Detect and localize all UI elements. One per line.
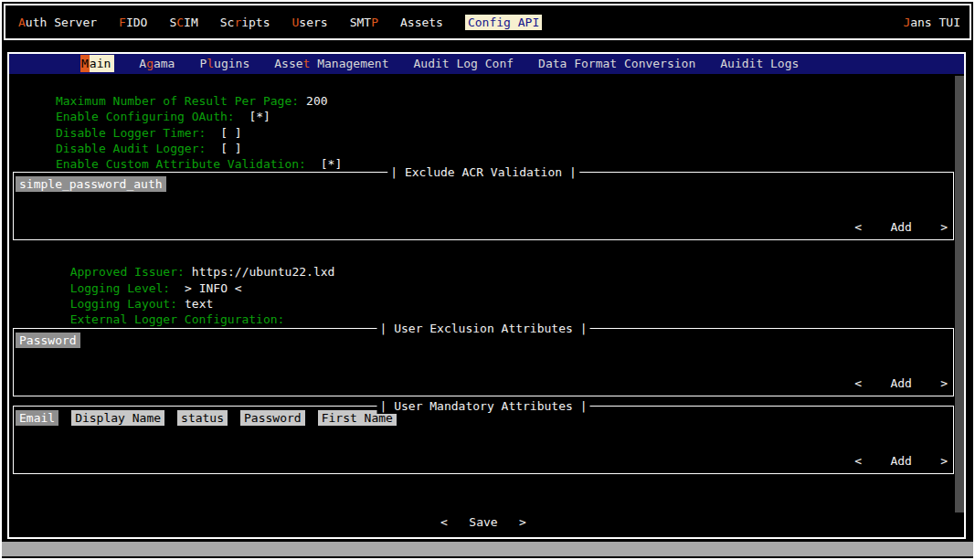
enable-configuring-oauth-checkbox[interactable]: [*] <box>242 110 270 123</box>
top-menu-bar: Auth Server FIDO SCIM Scripts Users SMTP… <box>4 4 971 40</box>
exclude-acr-add-button[interactable]: < Add > <box>854 219 948 235</box>
menu-item-auth-server[interactable]: Auth Server <box>18 16 97 29</box>
exclude-acr-validation-box: | Exclude ACR Validation | simple_passwo… <box>13 172 954 240</box>
save-row: < Save > <box>13 513 954 531</box>
menu-item-scim[interactable]: SCIM <box>169 16 197 29</box>
user-mandatory-attributes-box: | User Mandatory Attributes | Email Disp… <box>13 406 954 474</box>
disable-logger-timer-checkbox[interactable]: [ ] <box>213 126 241 140</box>
chip-display-name[interactable]: Display Name <box>71 410 164 426</box>
menu-item-users[interactable]: Users <box>292 16 328 29</box>
logging-level-dropdown[interactable]: > INFO < <box>177 281 241 295</box>
user-exclusion-add-button[interactable]: < Add > <box>854 375 948 391</box>
user-mandatory-attributes-title: | User Mandatory Attributes | <box>377 398 590 414</box>
chip-password-mandatory[interactable]: Password <box>240 410 305 426</box>
user-exclusion-attributes-title: | User Exclusion Attributes | <box>377 321 590 336</box>
tab-asset-management[interactable]: Asset Management <box>274 54 388 74</box>
menu-item-scripts[interactable]: Scripts <box>220 16 270 29</box>
config-api-panel: Main Agama Plugins Asset Management Audi… <box>7 52 966 539</box>
middle-fields: Approved Issuer:https://ubuntu22.lxd Log… <box>13 248 954 327</box>
tab-agama[interactable]: Agama <box>139 54 175 74</box>
menu-item-config-api[interactable]: Config API <box>465 15 542 30</box>
tab-bar: Main Agama Plugins Asset Management Audi… <box>9 54 964 74</box>
user-exclusion-attributes-box: | User Exclusion Attributes | Password <… <box>13 328 954 396</box>
tab-main[interactable]: Main <box>80 54 114 74</box>
chip-simple-password-auth[interactable]: simple_password_auth <box>16 176 166 192</box>
chip-status[interactable]: status <box>177 410 228 426</box>
status-bar <box>2 542 973 556</box>
menu-item-fido[interactable]: FIDO <box>119 16 147 29</box>
form-content: Maximum Number of Result Per Page:200 En… <box>13 78 954 531</box>
tab-audit-log-conf[interactable]: Audit Log Conf <box>413 54 514 74</box>
tab-auidit-logs[interactable]: Auidit Logs <box>720 54 799 74</box>
chip-email[interactable]: Email <box>16 410 58 426</box>
tab-data-format-conversion[interactable]: Data Format Conversion <box>538 54 695 74</box>
tab-plugins[interactable]: Plugins <box>199 54 249 74</box>
exclude-acr-validation-title: | Exclude ACR Validation | <box>387 164 579 180</box>
chip-password[interactable]: Password <box>16 333 80 348</box>
app-title: Jans TUI <box>903 16 960 29</box>
save-button[interactable]: < Save > <box>435 513 532 531</box>
disable-audit-logger-checkbox[interactable]: [ ] <box>213 142 241 155</box>
logging-layout-input[interactable]: text <box>185 297 213 311</box>
user-mandatory-add-button[interactable]: < Add > <box>854 453 948 469</box>
vertical-scrollbar[interactable] <box>955 76 964 512</box>
field-max-result-per-page: Maximum Number of Result Per Page:200 <box>13 78 954 93</box>
enable-custom-attribute-validation-checkbox[interactable]: [*] <box>313 157 342 171</box>
menu-item-assets[interactable]: Assets <box>400 16 443 29</box>
approved-issuer-input[interactable]: https://ubuntu22.lxd <box>192 265 335 279</box>
max-result-per-page-input[interactable]: 200 <box>306 94 327 108</box>
menu-item-smtp[interactable]: SMTP <box>350 16 378 29</box>
field-approved-issuer: Approved Issuer:https://ubuntu22.lxd <box>13 248 954 264</box>
